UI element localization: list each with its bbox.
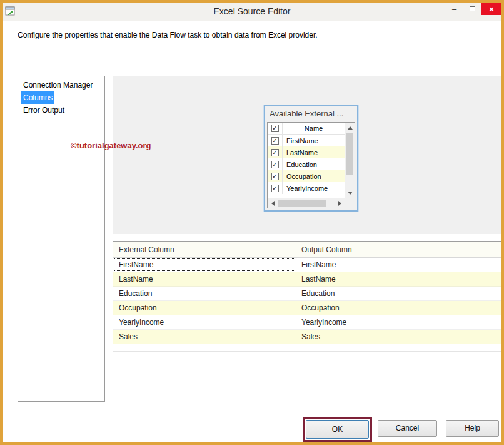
- grid-row: EducationEducation: [113, 287, 501, 301]
- output-column-cell[interactable]: Sales: [296, 330, 501, 344]
- available-columns-list: ✓ Name ✓FirstName✓LastName✓Education✓Occ…: [267, 122, 355, 208]
- ok-annotation-box: OK: [303, 417, 372, 442]
- mapping-grid: External Column Output Column FirstNameF…: [113, 241, 501, 406]
- excel-source-editor-window: Excel Source Editor – × Configure the pr…: [0, 0, 504, 445]
- cancel-button[interactable]: Cancel: [378, 420, 437, 437]
- titlebar: Excel Source Editor – ×: [3, 3, 501, 21]
- sidebar-item-label: Connection Manager: [21, 79, 94, 91]
- available-columns-box: Available External ... ✓ Name ✓FirstName…: [264, 105, 358, 212]
- checkbox-cell: ✓: [268, 182, 283, 194]
- sidebar-item-label: Columns: [21, 91, 54, 104]
- column-checkbox[interactable]: ✓: [271, 137, 279, 145]
- column-checkbox[interactable]: ✓: [271, 161, 279, 168]
- sidebar-list[interactable]: Connection ManagerColumnsError Output: [18, 76, 105, 402]
- scroll-up-icon[interactable]: [345, 123, 355, 133]
- close-button[interactable]: ×: [481, 3, 501, 15]
- checkbox-cell: ✓: [268, 123, 283, 134]
- output-column-cell[interactable]: YearlyIncome: [296, 315, 501, 329]
- checkbox-cell: ✓: [268, 146, 283, 158]
- column-label: Education: [283, 161, 317, 168]
- grid-column-divider: [296, 242, 296, 406]
- horizontal-scrollbar-thumb[interactable]: [278, 200, 326, 207]
- grid-row: LastNameLastName: [113, 272, 501, 287]
- output-column-header: Output Column: [296, 242, 501, 257]
- column-label: YearlyIncome: [283, 185, 328, 192]
- checkbox-cell: ✓: [268, 158, 283, 170]
- scroll-right-icon[interactable]: [335, 198, 345, 208]
- output-column-cell[interactable]: FirstName: [296, 258, 501, 272]
- output-column-cell[interactable]: Occupation: [296, 301, 501, 315]
- sidebar-item-connection-manager[interactable]: Connection Manager: [18, 79, 104, 91]
- column-label: LastName: [283, 149, 318, 156]
- external-column-cell[interactable]: Education: [113, 287, 296, 300]
- available-column-row: ✓FirstName: [268, 135, 345, 146]
- header-label: Name: [283, 125, 345, 132]
- horizontal-scrollbar[interactable]: [268, 198, 345, 208]
- external-column-cell[interactable]: LastName: [113, 272, 296, 286]
- vertical-scrollbar-thumb[interactable]: [346, 133, 353, 175]
- available-columns-header-row: ✓ Name: [268, 123, 345, 135]
- window-title: Excel Source Editor: [3, 3, 501, 21]
- available-columns-title: Available External ...: [265, 106, 357, 121]
- sidebar-item-columns[interactable]: Columns: [18, 91, 104, 104]
- external-column-cell[interactable]: FirstName: [113, 258, 296, 272]
- output-column-cell[interactable]: LastName: [296, 272, 501, 286]
- available-column-row: ✓Education: [268, 158, 345, 170]
- sidebar-item-label: Error Output: [21, 104, 66, 116]
- help-button[interactable]: Help: [446, 420, 499, 437]
- ok-button[interactable]: OK: [306, 420, 369, 439]
- available-column-row: ✓YearlyIncome: [268, 182, 345, 194]
- grid-row: OccupationOccupation: [113, 301, 501, 315]
- column-label: FirstName: [283, 137, 318, 145]
- scroll-down-icon[interactable]: [345, 188, 355, 198]
- column-label: Occupation: [283, 173, 321, 180]
- external-column-cell[interactable]: YearlyIncome: [113, 315, 296, 329]
- external-column-cell[interactable]: Occupation: [113, 301, 296, 315]
- description-text: Configure the properties that enable the…: [18, 31, 318, 39]
- available-column-row: ✓Occupation: [268, 170, 345, 182]
- scrollbar-corner: [345, 198, 355, 208]
- main-panel: Available External ... ✓ Name ✓FirstName…: [113, 76, 501, 234]
- grid-empty-row: [113, 344, 501, 352]
- column-checkbox[interactable]: ✓: [271, 173, 279, 180]
- available-columns-rows: ✓ Name ✓FirstName✓LastName✓Education✓Occ…: [268, 123, 345, 198]
- minimize-button[interactable]: –: [445, 3, 463, 15]
- output-column-cell[interactable]: Education: [296, 287, 501, 300]
- header-checkbox[interactable]: ✓: [271, 125, 279, 132]
- external-column-header: External Column: [113, 242, 296, 257]
- external-column-cell[interactable]: Sales: [113, 330, 296, 344]
- maximize-icon: [470, 6, 475, 11]
- vertical-scrollbar[interactable]: [345, 123, 355, 198]
- available-column-row: ✓LastName: [268, 146, 345, 158]
- checkbox-cell: ✓: [268, 135, 283, 146]
- grid-header: External Column Output Column: [113, 242, 501, 258]
- window-controls: – ×: [445, 3, 501, 15]
- grid-row: SalesSales: [113, 330, 501, 344]
- scroll-left-icon[interactable]: [268, 198, 278, 208]
- watermark: ©tutorialgateway.org: [71, 141, 151, 150]
- grid-row: YearlyIncomeYearlyIncome: [113, 315, 501, 330]
- grid-row: FirstNameFirstName: [113, 258, 501, 272]
- column-checkbox[interactable]: ✓: [271, 185, 279, 192]
- grid-rows: FirstNameFirstNameLastNameLastNameEducat…: [113, 258, 501, 344]
- maximize-button[interactable]: [463, 3, 481, 15]
- column-checkbox[interactable]: ✓: [271, 149, 279, 156]
- checkbox-cell: ✓: [268, 170, 283, 182]
- sidebar-item-error-output[interactable]: Error Output: [18, 104, 104, 116]
